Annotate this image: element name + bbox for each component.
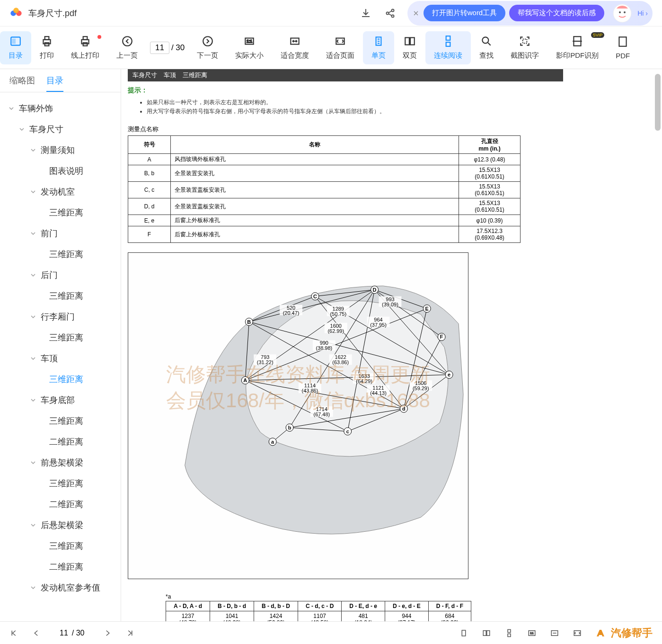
double-page-icon [404,35,416,47]
svg-text:(59.29): (59.29) [413,385,429,391]
chevron-down-icon [30,231,36,236]
chevron-down-icon [30,272,36,278]
svg-rect-118 [462,630,466,636]
chevron-down-icon [9,106,14,111]
tree-item-3[interactable]: 图表说明 [4,161,117,181]
svg-text:(64.29): (64.29) [356,378,372,384]
tree-item-14[interactable]: 车身底部 [4,390,117,411]
svg-text:(37.95): (37.95) [370,322,387,328]
svg-rect-29 [523,39,527,44]
tree-item-17[interactable]: 前悬架横梁 [4,452,117,473]
svg-rect-12 [45,36,49,40]
tree-item-6[interactable]: 前门 [4,223,117,244]
share-icon[interactable] [385,8,396,19]
pdf-more-button[interactable]: PDF [607,31,634,64]
tree-item-20[interactable]: 后悬架横梁 [4,515,117,536]
next-page-footer-icon[interactable] [103,629,112,637]
summary-button[interactable]: 帮我写这个文档的读后感 [509,5,604,21]
svg-text:(63.86): (63.86) [332,359,349,365]
double-page-button[interactable]: 双页 [394,31,425,64]
ocr-icon [519,35,531,47]
next-page-button[interactable]: 下一页 [188,31,227,64]
fit-width-button[interactable]: 适合宽度 [272,31,318,64]
svg-text:F: F [440,334,443,340]
tree-item-22[interactable]: 二维距离 [4,556,117,577]
tab-catalog[interactable]: 目录 [46,75,63,92]
tree-item-9[interactable]: 三维距离 [4,286,117,306]
svg-text:a: a [271,439,274,445]
last-page-icon[interactable] [126,629,134,637]
svg-text:1:1: 1:1 [530,632,533,635]
svg-rect-26 [446,36,450,40]
tree-item-10[interactable]: 行李厢门 [4,306,117,327]
tree-item-21[interactable]: 三维距离 [4,536,117,556]
prev-page-footer-icon[interactable] [32,629,41,637]
hi-label: Hi › [637,9,648,17]
notification-dot-icon [97,35,101,39]
first-page-icon[interactable] [9,629,18,637]
page-header-bar: 车身尺寸车顶三维距离 [128,69,563,81]
chevron-down-icon [30,460,36,465]
actual-size-button[interactable]: 1:1 实际大小 [227,31,272,64]
search-button[interactable]: 查找 [471,31,502,64]
svg-rect-25 [410,37,415,45]
tree-item-19[interactable]: 二维距离 [4,494,117,515]
svg-text:b: b [288,425,291,430]
document-viewport[interactable]: 车身尺寸车顶三维距离 提示： 如果只标出一种尺寸，则表示左右是互相对称的。用大写… [121,69,662,621]
sidebar: 缩略图 目录 车辆外饰车身尺寸测量须知图表说明发动机室三维距离前门三维距离后门三… [0,69,121,621]
print-icon [41,35,53,47]
next-icon [202,35,214,47]
zoom-fitp-icon[interactable] [573,629,582,637]
chevron-down-icon [30,585,36,590]
tree-item-15[interactable]: 三维距离 [4,411,117,431]
fit-page-button[interactable]: 适合页面 [318,31,363,64]
convert-word-button[interactable]: 打开图片转word工具 [424,5,506,21]
scan-pdf-button[interactable]: SVIP 影印PDF识别 [547,31,607,64]
avatar-icon[interactable] [613,4,632,23]
outline-tree: 车辆外饰车身尺寸测量须知图表说明发动机室三维距离前门三维距离后门三维距离行李厢门… [0,92,121,621]
print-button[interactable]: 打印 [31,31,62,64]
tree-item-7[interactable]: 三维距离 [4,244,117,265]
ocr-button[interactable]: 截图识字 [502,31,547,64]
points-table: 符号 名称 孔直径mm (in.) A风挡玻璃外板标准孔φ12.3 (0.48)… [128,135,521,243]
tree-item-2[interactable]: 测量须知 [4,140,117,161]
svg-point-18 [203,36,212,46]
tab-thumbnail[interactable]: 缩略图 [9,75,35,92]
scrollbar[interactable] [653,69,662,621]
prev-page-button[interactable]: 上一页 [108,31,146,64]
continuous-button[interactable]: 连续阅读 [425,31,471,64]
online-print-button[interactable]: 线上打印 [62,31,108,64]
svg-rect-120 [487,630,490,635]
zoom-11-icon[interactable]: 1:1 [528,629,536,637]
tree-item-4[interactable]: 发动机室 [4,181,117,202]
tree-item-23[interactable]: 发动机室参考值 [4,577,117,598]
view-single-icon[interactable] [459,629,468,637]
tree-item-1[interactable]: 车身尺寸 [4,119,117,140]
svg-point-8 [624,11,626,13]
scan-pdf-icon [571,35,583,47]
tree-item-8[interactable]: 后门 [4,265,117,286]
tree-item-11[interactable]: 三维距离 [4,327,117,348]
catalog-button[interactable]: 目录 [0,31,31,64]
svg-text:(20.47): (20.47) [283,310,300,316]
search-icon [480,35,493,47]
tree-item-18[interactable]: 三维距离 [4,473,117,494]
tree-item-13[interactable]: 三维距离 [4,369,117,390]
svg-text:B: B [247,319,251,325]
zoom-fitw-icon[interactable] [550,629,559,637]
close-icon[interactable] [412,9,420,17]
single-page-button[interactable]: 单页 [363,31,394,64]
page-indicator: 11 / 30 [150,42,185,54]
hint-title: 提示： [128,86,563,95]
tree-item-16[interactable]: 二维距离 [4,431,117,452]
points-section-title: 测量点名称 [128,125,563,134]
view-double-icon[interactable] [482,629,491,637]
document-title: 车身尺寸.pdf [28,8,77,19]
tree-item-0[interactable]: 车辆外饰 [4,98,117,119]
view-continuous-icon[interactable] [505,629,513,637]
tree-item-12[interactable]: 车顶 [4,348,117,369]
tree-item-5[interactable]: 三维距离 [4,202,117,223]
page-number-input[interactable]: 11 [150,42,169,54]
download-icon[interactable] [360,8,371,19]
chevron-down-icon [19,126,25,132]
